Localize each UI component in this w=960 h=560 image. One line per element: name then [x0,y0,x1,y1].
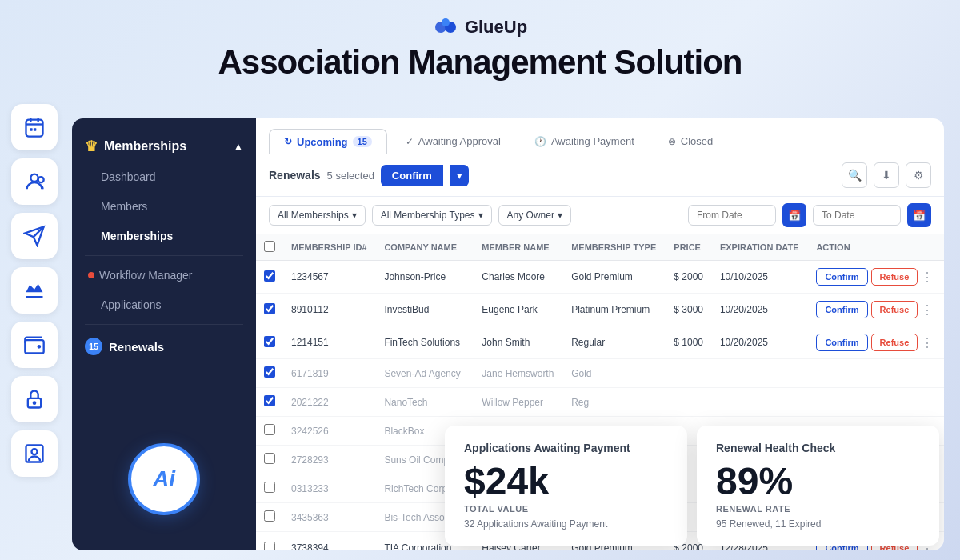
download-button[interactable]: ⬇ [874,162,899,188]
table-row: 8910112InvestiBudEugene ParkPlatinum Pre… [256,294,944,326]
selected-count: 5 selected [327,170,374,182]
table-row: 1214151FinTech SolutionsJohn SmithRegula… [256,326,944,359]
sidebar-memberships-section[interactable]: ♛ Memberships ▲ [72,131,256,162]
health-overlay-card: Renewal Health Check 89% RENEWAL RATE 95… [697,426,939,546]
filters-row: All Memberships ▾ All Membership Types ▾… [256,197,944,234]
to-date-input[interactable] [813,205,901,226]
cell-price [666,388,712,417]
svg-point-2 [442,18,450,26]
row-checkbox[interactable] [264,303,275,314]
settings-button[interactable]: ⚙ [906,162,931,188]
cell-price: $ 3000 [666,294,712,326]
health-rate: 89% [716,462,920,501]
search-button[interactable]: 🔍 [842,162,867,188]
row-checkbox[interactable] [264,424,275,435]
all-memberships-filter[interactable]: All Memberships ▾ [269,205,366,226]
sidebar-icon-contacts[interactable] [11,430,58,477]
row-checkbox[interactable] [264,336,275,347]
col-expiration-date: EXPIRATION DATE [712,234,809,261]
collapse-icon[interactable]: ▲ [234,141,243,152]
row-checkbox[interactable] [264,366,275,378]
row-checkbox[interactable] [264,482,275,493]
sidebar-icon-wallet[interactable] [11,322,58,368]
cell-expiration: 10/20/2025 [712,326,809,359]
confirm-dropdown-button[interactable]: ▾ [450,165,469,186]
ai-label: Ai [153,466,175,492]
glueup-logo-icon [433,14,458,40]
clock-icon: 🕐 [534,136,546,147]
sidebar-icon-members[interactable] [11,158,58,205]
cell-type: Gold Premium [563,261,666,294]
to-date-calendar-button[interactable]: 📅 [907,203,931,227]
row-checkbox[interactable] [264,395,275,406]
cell-price: $ 1000 [666,326,712,359]
row-confirm-button[interactable]: Confirm [816,334,867,351]
tab-upcoming[interactable]: ↻ Upcoming 15 [269,129,387,154]
sidebar-item-dashboard[interactable]: Dashboard [78,162,250,191]
row-more-button[interactable]: ⋮ [921,335,934,350]
sidebar-item-workflow[interactable]: Workflow Manager [72,261,256,290]
renewals-table-wrap: MEMBERSHIP ID# COMPANY NAME MEMBER NAME … [256,234,944,550]
sidebar-icon-crown[interactable] [11,267,58,314]
row-checkbox[interactable] [264,542,275,551]
renewals-toolbar-label: Renewals [269,169,321,182]
chevron-down-icon-2: ▾ [478,210,483,221]
ai-assistant-button[interactable]: Ai [128,443,200,515]
header: GlueUp Association Management Solution [0,0,960,90]
row-refuse-button[interactable]: Refuse [871,301,918,318]
svg-point-10 [38,177,44,182]
cell-id: 6171819 [283,359,376,388]
row-checkbox[interactable] [264,270,275,282]
payment-amount: $24k [464,462,668,501]
tab-awaiting-payment[interactable]: 🕐 Awaiting Payment [519,128,650,154]
sidebar-icon-lock[interactable] [11,376,58,422]
check-icon: ✓ [406,136,414,147]
cell-id: 3435363 [283,503,376,532]
cell-id: 8910112 [283,294,376,326]
health-subtitle: RENEWAL RATE [716,504,920,514]
owner-filter[interactable]: Any Owner ▾ [498,205,571,226]
select-all-checkbox[interactable] [264,241,275,252]
tabs-bar: ↻ Upcoming 15 ✓ Awaiting Approval 🕐 Awai… [256,118,944,154]
from-date-calendar-button[interactable]: 📅 [782,203,806,227]
row-refuse-button[interactable]: Refuse [871,334,918,351]
chevron-down-icon-3: ▾ [558,210,562,221]
cell-company: FinTech Solutions [376,326,474,359]
refresh-icon: ↻ [284,136,292,147]
membership-types-filter[interactable]: All Membership Types ▾ [372,205,492,226]
page-title: Association Management Solution [0,43,960,82]
cell-id: 3242526 [283,417,376,446]
cell-company: Seven-Ad Agency [376,359,474,388]
sidebar-item-applications[interactable]: Applications [78,290,250,319]
sidebar-icon-send[interactable] [11,213,58,259]
health-desc: 95 Renewed, 11 Expired [716,518,920,530]
action-cell: Confirm Refuse ⋮ [808,261,944,294]
row-checkbox[interactable] [264,510,275,522]
payment-overlay-card: Applications Awaiting Payment $24k TOTAL… [445,426,687,546]
sidebar-item-members[interactable]: Members [78,192,250,221]
svg-rect-7 [30,128,33,131]
tab-awaiting-approval[interactable]: ✓ Awaiting Approval [390,128,516,154]
table-row: 1234567Johnson-PriceCharles MooreGold Pr… [256,261,944,294]
cell-member: Charles Moore [474,261,563,294]
row-checkbox[interactable] [264,453,275,464]
row-confirm-button[interactable]: Confirm [816,301,867,318]
cell-type: Platinum Premium [563,294,666,326]
row-more-button[interactable]: ⋮ [921,270,934,285]
action-cell: Confirm Refuse ⋮ [808,326,944,359]
tab-closed[interactable]: ⊗ Closed [653,128,728,154]
cell-expiration: 10/10/2025 [712,261,809,294]
row-confirm-button[interactable]: Confirm [816,268,867,286]
row-refuse-button[interactable]: Refuse [871,268,918,286]
cell-expiration [712,359,809,388]
row-more-button[interactable]: ⋮ [921,302,934,318]
sidebar-item-memberships[interactable]: Memberships [78,222,250,250]
from-date-input[interactable] [688,205,776,226]
overlay-cards: Applications Awaiting Payment $24k TOTAL… [440,426,944,550]
cell-type: Gold [563,359,666,388]
sidebar-icon-calendar[interactable] [11,104,58,150]
main-panel: ↻ Upcoming 15 ✓ Awaiting Approval 🕐 Awai… [256,118,944,550]
cell-company: InvestiBud [376,294,474,326]
sidebar-item-renewals[interactable]: 15 Renewals [72,330,256,363]
confirm-button[interactable]: Confirm [381,165,443,186]
